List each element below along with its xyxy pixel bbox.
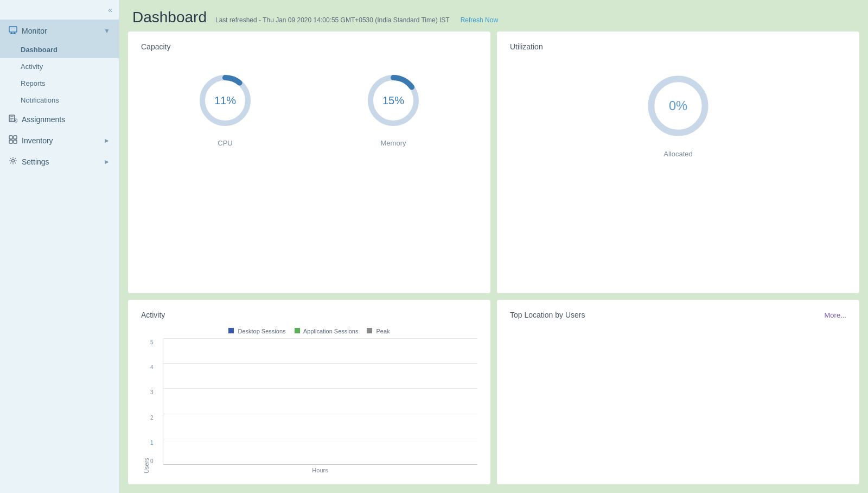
inventory-chevron-icon: ►: [104, 137, 110, 144]
legend-desktop-sessions: Desktop Sessions: [228, 328, 285, 334]
inventory-icon: [9, 135, 17, 146]
svg-text:11%: 11%: [214, 94, 236, 106]
sidebar-item-activity[interactable]: Activity: [0, 58, 119, 75]
settings-icon: [9, 156, 17, 167]
sidebar-section-monitor: Monitor ▼ Dashboard Activity Reports Not…: [0, 20, 119, 109]
legend-desktop-dot: [228, 328, 234, 333]
allocated-gauge-svg: 0%: [643, 71, 713, 141]
svg-text:15%: 15%: [382, 94, 404, 106]
svg-rect-12: [14, 136, 17, 139]
sidebar-item-reports[interactable]: Reports: [0, 75, 119, 92]
capacity-card: Capacity 11% CPU 15%: [128, 31, 490, 293]
sidebar-section-assignments: Assignments: [0, 109, 119, 130]
sidebar-item-assignments-label: Assignments: [22, 115, 65, 124]
memory-gauge: 15% Memory: [363, 71, 423, 147]
sidebar-collapse-button[interactable]: «: [0, 0, 119, 20]
svg-rect-14: [14, 140, 17, 143]
sidebar-section-settings: Settings ►: [0, 151, 119, 172]
sidebar-item-dashboard[interactable]: Dashboard: [0, 41, 119, 58]
chart-legend: Desktop Sessions Application Sessions Pe…: [141, 328, 477, 334]
memory-gauge-svg: 15%: [363, 71, 423, 130]
legend-peak: Peak: [367, 328, 390, 334]
y-axis-label: Users: [141, 339, 150, 473]
activity-card: Activity Desktop Sessions Application Se…: [128, 300, 490, 484]
assignments-icon: [9, 114, 17, 124]
grid-line-5: 5: [163, 338, 477, 339]
svg-point-15: [12, 160, 15, 162]
capacity-title: Capacity: [141, 42, 477, 51]
cpu-gauge: 11% CPU: [195, 71, 255, 147]
collapse-icon: «: [108, 5, 112, 14]
dashboard-grid: Capacity 11% CPU 15%: [119, 31, 868, 493]
sidebar-item-settings-label: Settings: [22, 157, 49, 166]
monitor-chevron-icon: ▼: [104, 27, 110, 35]
sidebar-item-assignments[interactable]: Assignments: [0, 109, 119, 130]
utilization-gauges: 0% Allocated: [510, 60, 846, 163]
activity-title: Activity: [141, 311, 477, 319]
page-title: Dashboard: [132, 9, 207, 26]
utilization-title: Utilization: [510, 42, 543, 51]
chart-area: Users 5 4 3 2: [141, 339, 477, 473]
grid-line-4: 4: [163, 363, 477, 364]
allocated-gauge: 0% Allocated: [643, 71, 713, 158]
memory-label: Memory: [381, 139, 406, 147]
legend-peak-dot: [367, 328, 372, 333]
last-refreshed-text: Last refreshed - Thu Jan 09 2020 14:00:5…: [215, 16, 450, 24]
chart-body: 5 4 3 2 1 0: [150, 339, 477, 473]
svg-rect-11: [9, 136, 12, 139]
grid-line-1: 1: [163, 439, 477, 439]
settings-chevron-icon: ►: [104, 158, 110, 166]
legend-desktop-label: Desktop Sessions: [238, 328, 285, 334]
y-tick-0: 0: [150, 458, 154, 464]
grid-line-3: 3: [163, 388, 477, 389]
page-header: Dashboard Last refreshed - Thu Jan 09 20…: [119, 0, 868, 31]
sidebar-item-inventory[interactable]: Inventory ►: [0, 130, 119, 151]
cpu-gauge-svg: 11%: [195, 71, 255, 130]
capacity-gauges: 11% CPU 15% Memory: [141, 60, 477, 153]
sidebar-item-inventory-label: Inventory: [22, 136, 53, 145]
legend-app-label: Application Sessions: [303, 328, 359, 334]
sidebar-section-inventory: Inventory ►: [0, 130, 119, 151]
svg-text:0%: 0%: [669, 99, 687, 113]
sidebar-item-monitor-label: Monitor: [22, 27, 47, 35]
grid-line-2: 2: [163, 414, 477, 414]
cpu-label: CPU: [218, 139, 232, 147]
x-axis-label: Hours: [163, 467, 477, 473]
sidebar-item-notifications[interactable]: Notifications: [0, 92, 119, 109]
main-content: Dashboard Last refreshed - Thu Jan 09 20…: [119, 0, 868, 493]
legend-application-sessions: Application Sessions: [295, 328, 359, 334]
legend-peak-label: Peak: [376, 328, 390, 334]
top-location-header: Top Location by Users More...: [510, 311, 846, 319]
sidebar: « Monitor ▼ Dashboard Activity Reports N…: [0, 0, 119, 493]
utilization-card: Utilization 0% Allocated: [497, 31, 859, 293]
allocated-label: Allocated: [663, 150, 692, 158]
more-link[interactable]: More...: [825, 311, 846, 319]
chart-grid: 5 4 3 2 1 0: [163, 339, 477, 465]
refresh-now-button[interactable]: Refresh Now: [461, 16, 498, 24]
svg-rect-13: [9, 140, 12, 143]
legend-app-dot: [295, 328, 300, 333]
svg-rect-0: [9, 27, 17, 32]
top-location-card: Top Location by Users More...: [497, 300, 859, 484]
monitor-icon: [9, 26, 17, 36]
sidebar-item-settings[interactable]: Settings ►: [0, 151, 119, 172]
top-location-title: Top Location by Users: [510, 311, 585, 319]
sidebar-item-monitor[interactable]: Monitor ▼: [0, 20, 119, 41]
